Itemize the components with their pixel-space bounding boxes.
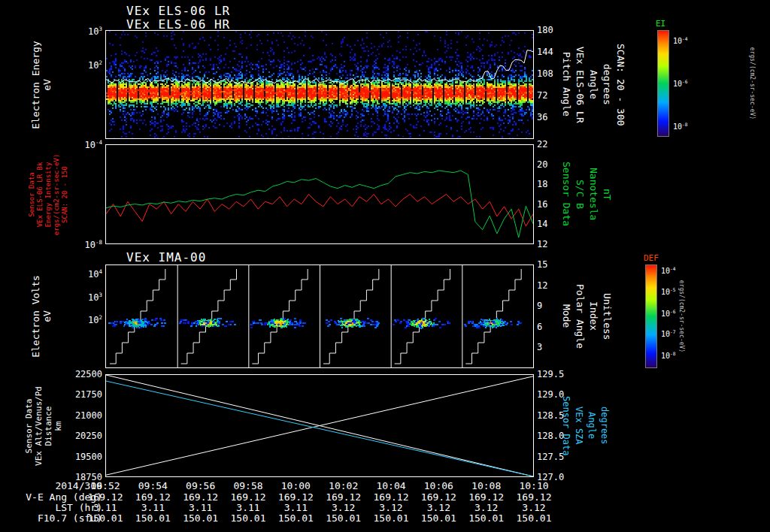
- info-value: 3.12: [464, 502, 509, 513]
- axis-tick-left-ima-spectrogram: 102: [51, 314, 102, 325]
- info-value: 150.01: [83, 512, 128, 524]
- colorbar-def-tick: 10-8: [661, 351, 676, 360]
- intensity-bfield-canvas: [106, 145, 533, 243]
- info-value: 169.12: [416, 491, 461, 503]
- info-value: 169.12: [321, 491, 366, 503]
- axis-label-left-ephemeris: Sensor DataVEx Alt/Venus/PdDistancekm: [24, 386, 63, 466]
- axis-tick-left-intensity-bfield: 10-4: [51, 139, 102, 150]
- info-value: 169.12: [368, 491, 414, 503]
- time-tick-label: 10:00: [274, 480, 317, 491]
- info-value: 3.11: [178, 502, 223, 513]
- info-value: 150.01: [416, 512, 461, 524]
- axis-tick-left-ima-spectrogram: 103: [51, 292, 102, 303]
- colorbar-def-tick: 10-7: [661, 329, 676, 338]
- axis-tick-left-els-spectrogram: 102: [51, 59, 102, 71]
- info-value: 150.01: [511, 512, 556, 524]
- info-value: 3.11: [273, 502, 318, 513]
- info-value: 150.01: [368, 512, 414, 524]
- els-spectrogram-canvas: [106, 31, 533, 138]
- colorbar-ei-tick: 10-6: [673, 79, 688, 88]
- colorbar-ei-title: EI: [656, 19, 665, 29]
- ephemeris-panel: [105, 374, 534, 477]
- time-tick-label: 09:58: [227, 480, 269, 491]
- colorbar-def-tick: 10-5: [661, 287, 676, 296]
- info-value: 3.11: [130, 502, 175, 513]
- colorbar-def-tick: 10-4: [661, 266, 676, 275]
- info-value: 150.01: [321, 512, 366, 524]
- axis-tick-left-ima-spectrogram: 104: [51, 268, 102, 280]
- info-value: 150.01: [273, 512, 318, 524]
- ima-spectrogram-panel: [105, 264, 534, 368]
- info-value: 3.11: [226, 502, 271, 513]
- info-value: 3.12: [416, 502, 461, 513]
- info-value: 169.12: [83, 491, 128, 503]
- info-value: 169.12: [511, 491, 556, 503]
- info-value: 169.12: [130, 491, 175, 503]
- vex-science-data-display: VEx ELS-06 LR VEx ELS-06 HR VEx IMA-00 1…: [0, 0, 770, 532]
- colorbar-ei-tick: 10-8: [673, 122, 688, 131]
- plot-title-els-lr: VEx ELS-06 LR: [126, 4, 230, 18]
- colorbar-def-unit: ergs/(cm2-sr-sec-eV): [678, 280, 685, 352]
- time-tick-label: 10:08: [465, 480, 508, 491]
- time-tick-label: 09:56: [180, 480, 222, 491]
- colorbar-def-tick: 10-6: [661, 309, 676, 318]
- time-tick-label: 10:02: [323, 480, 365, 491]
- time-tick-label: 10:04: [370, 480, 412, 491]
- info-value: 150.01: [464, 512, 509, 524]
- ima-spectrogram-canvas: [106, 265, 533, 367]
- info-value: 3.12: [368, 502, 414, 513]
- info-value: 150.01: [178, 512, 223, 524]
- colorbar-ei-tick: 10-4: [673, 36, 688, 45]
- colorbar-ei-unit: ergs/(cm2-sr-sec-eV): [749, 47, 756, 119]
- axis-label-right-els-spectrogram: Pitch AngleVEx ELS-06 LRAngledegreesSCAN…: [561, 30, 626, 139]
- info-value: 150.01: [130, 512, 175, 524]
- colorbar-ei-gradient: [657, 30, 669, 137]
- time-tick-label: 10:10: [513, 480, 555, 491]
- info-value: 169.12: [178, 491, 223, 503]
- date-label: 2014/316: [39, 480, 102, 491]
- axis-label-left-els-spectrogram: Electron EnergyeV: [30, 41, 53, 128]
- time-tick-label: 10:06: [417, 480, 459, 491]
- axis-tick-left-els-spectrogram: 103: [51, 26, 102, 37]
- time-tick-label: 09:54: [132, 480, 174, 491]
- info-value: 150.01: [226, 512, 271, 524]
- axis-label-right-ephemeris: Sensor DataVEx SZAAngledegrees: [561, 374, 610, 477]
- info-value: 169.12: [226, 491, 271, 503]
- info-value: 169.12: [464, 491, 509, 503]
- info-value: 3.12: [321, 502, 366, 513]
- ephemeris-canvas: [106, 375, 533, 476]
- info-value: 3.12: [511, 502, 556, 513]
- axis-label-right-intensity-bfield: Sensor DataS/C BNanoteslanT: [561, 144, 613, 244]
- axis-tick-left-ephemeris: 22500: [51, 369, 102, 379]
- info-value: 169.12: [273, 491, 318, 503]
- els-spectrogram-panel: [105, 30, 534, 139]
- axis-tick-left-intensity-bfield: 10-8: [51, 239, 102, 250]
- info-value: 3.11: [83, 502, 128, 513]
- colorbar-def-gradient: [645, 264, 657, 368]
- plot-title-ima: VEx IMA-00: [126, 250, 206, 264]
- axis-label-left-intensity-bfield: Sensor DataVEx ELS-06 LR BkEnergy Intens…: [28, 153, 69, 234]
- intensity-bfield-panel: [105, 144, 534, 244]
- colorbar-def-title: DEF: [644, 253, 659, 263]
- axis-label-left-ima-spectrogram: Electron VoltseV: [30, 275, 53, 358]
- axis-label-right-ima-spectrogram: ModePolar AngleIndexUnitless: [561, 264, 613, 368]
